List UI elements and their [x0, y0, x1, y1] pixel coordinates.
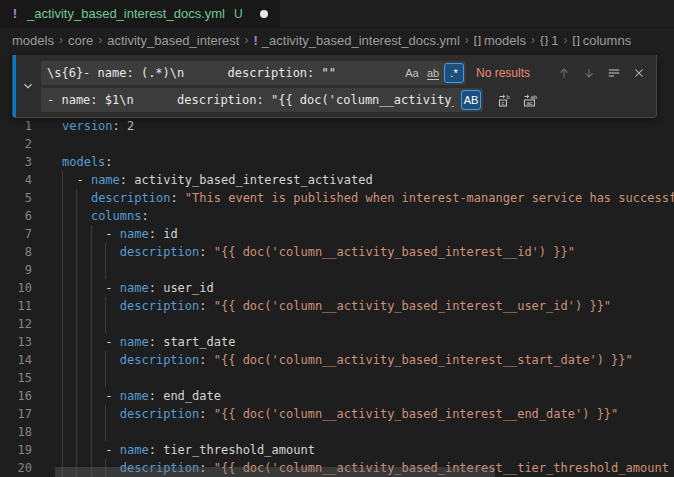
preserve-case-toggle[interactable]: AB: [461, 90, 481, 110]
previous-match-button[interactable]: [553, 62, 575, 84]
find-row: Aa ab .* No results: [41, 61, 650, 85]
indent-guide: [105, 405, 106, 423]
indent-guide: [76, 279, 77, 297]
replace-row: AB b c ab: [41, 88, 650, 112]
line-number[interactable]: 4: [0, 171, 44, 189]
indent-guide: [76, 243, 77, 261]
indent-guide: [105, 423, 106, 441]
line-number[interactable]: 12: [0, 315, 44, 333]
indent-guide: [91, 423, 92, 441]
line-number[interactable]: 1: [0, 117, 44, 135]
indent-guide: [62, 225, 63, 243]
indent-guide: [62, 423, 63, 441]
yaml-file-icon: !: [253, 33, 257, 48]
code-line[interactable]: [62, 423, 674, 441]
close-find-widget-button[interactable]: [628, 62, 650, 84]
code-line[interactable]: columns:: [62, 207, 674, 225]
code-line[interactable]: models:: [62, 153, 674, 171]
code-line[interactable]: version: 2: [62, 117, 674, 135]
code-line[interactable]: [62, 369, 674, 387]
toggle-replace-chevron-icon[interactable]: [19, 77, 37, 95]
breadcrumb-separator: ›: [59, 33, 63, 47]
indent-guide: [91, 279, 92, 297]
code-line[interactable]: [62, 315, 674, 333]
indent-guide: [76, 189, 77, 207]
find-replace-widget: Aa ab .* No results: [12, 55, 657, 118]
breadcrumb-item-models-symbol[interactable]: [ ] models: [474, 33, 526, 48]
code-line[interactable]: [62, 135, 674, 153]
find-in-selection-button[interactable]: [603, 62, 625, 84]
whole-word-toggle[interactable]: ab: [423, 63, 443, 83]
replace-all-button[interactable]: ab ac: [519, 89, 541, 111]
code-line[interactable]: - name: id: [62, 225, 674, 243]
symbol-array-icon: [ ]: [573, 34, 579, 46]
indent-guide: [62, 387, 63, 405]
line-number[interactable]: 13: [0, 333, 44, 351]
code-lines[interactable]: version: 2models: - name: activity_based…: [62, 117, 674, 477]
code-line[interactable]: - name: tier_threshold_amount: [62, 441, 674, 459]
match-case-toggle[interactable]: Aa: [402, 63, 422, 83]
code-line[interactable]: - name: activity_based_interest_activate…: [62, 171, 674, 189]
code-line[interactable]: [62, 261, 674, 279]
indent-guide: [76, 225, 77, 243]
symbol-array-icon: [ ]: [474, 34, 480, 46]
line-number[interactable]: 3: [0, 153, 44, 171]
line-number[interactable]: 8: [0, 243, 44, 261]
find-input[interactable]: [41, 66, 401, 80]
line-number[interactable]: 2: [0, 135, 44, 153]
breadcrumb-item-file[interactable]: ! _activity_based_interest_docs.yml: [253, 33, 459, 48]
indent-guide: [76, 423, 77, 441]
line-number[interactable]: 14: [0, 351, 44, 369]
replace-button[interactable]: b c: [494, 89, 516, 111]
indent-guide: [76, 387, 77, 405]
line-number[interactable]: 19: [0, 441, 44, 459]
line-number[interactable]: 20: [0, 459, 44, 477]
code-line[interactable]: description: "{{ doc('column__activity_b…: [62, 297, 674, 315]
indent-guide: [62, 243, 63, 261]
modified-dot-icon[interactable]: [260, 10, 268, 18]
indent-guide: [91, 441, 92, 459]
line-number[interactable]: 9: [0, 261, 44, 279]
indent-guide: [91, 315, 92, 333]
code-line[interactable]: description: "{{ doc('column__activity_b…: [62, 405, 674, 423]
line-number[interactable]: 7: [0, 225, 44, 243]
horizontal-scrollbar[interactable]: [55, 467, 495, 477]
indent-guide: [76, 207, 77, 225]
breadcrumb-item-index-symbol[interactable]: { } 1: [540, 33, 559, 48]
next-match-button[interactable]: [578, 62, 600, 84]
line-number[interactable]: 18: [0, 423, 44, 441]
indent-guide: [91, 297, 92, 315]
replace-input[interactable]: [41, 93, 460, 107]
code-line[interactable]: - name: end_date: [62, 387, 674, 405]
svg-text:c: c: [502, 100, 505, 106]
line-number[interactable]: 11: [0, 297, 44, 315]
svg-text:b: b: [507, 94, 511, 100]
indent-guide: [62, 441, 63, 459]
breadcrumb-item-models-folder[interactable]: models: [12, 33, 54, 48]
code-line[interactable]: description: "{{ doc('column__activity_b…: [62, 243, 674, 261]
find-widget-resize-sash[interactable]: [13, 55, 16, 117]
indent-guide: [62, 261, 63, 279]
svg-text:ac: ac: [527, 100, 533, 106]
line-number[interactable]: 15: [0, 369, 44, 387]
line-number[interactable]: 17: [0, 405, 44, 423]
indent-guide: [62, 297, 63, 315]
line-number[interactable]: 5: [0, 189, 44, 207]
tab-active-file[interactable]: ! _activity_based_interest_docs.yml U: [0, 0, 280, 27]
breadcrumb-item-columns-symbol[interactable]: [ ] columns: [573, 33, 632, 48]
indent-guide: [76, 333, 77, 351]
indent-guide: [62, 315, 63, 333]
code-line[interactable]: - name: user_id: [62, 279, 674, 297]
line-number[interactable]: 6: [0, 207, 44, 225]
breadcrumb-item-core-folder[interactable]: core: [68, 33, 93, 48]
code-line[interactable]: description: "{{ doc('column__activity_b…: [62, 351, 674, 369]
vscode-window: ! _activity_based_interest_docs.yml U mo…: [0, 0, 674, 477]
code-line[interactable]: - name: start_date: [62, 333, 674, 351]
line-number[interactable]: 16: [0, 387, 44, 405]
indent-guide: [91, 333, 92, 351]
regex-toggle[interactable]: .*: [444, 63, 464, 83]
tab-bar: ! _activity_based_interest_docs.yml U: [0, 0, 674, 28]
line-number[interactable]: 10: [0, 279, 44, 297]
code-line[interactable]: description: "This event is published wh…: [62, 189, 674, 207]
breadcrumb-item-activity-folder[interactable]: activity_based_interest: [107, 33, 239, 48]
